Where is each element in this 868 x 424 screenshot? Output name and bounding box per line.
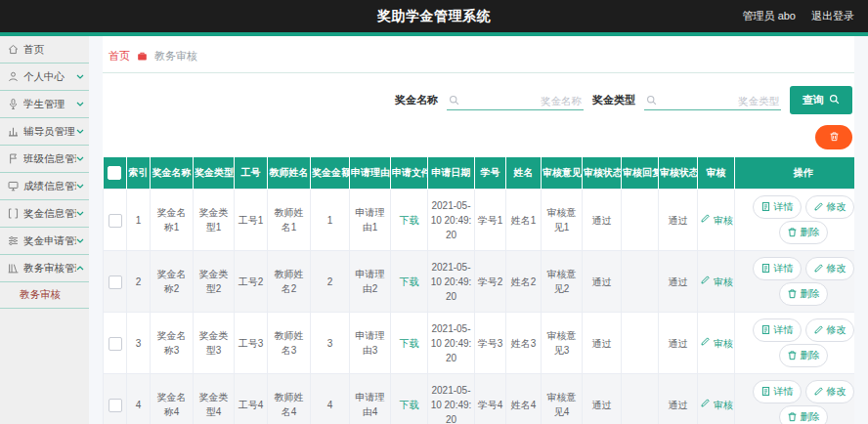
edit-button[interactable]: 修改	[805, 257, 854, 280]
edit-button[interactable]: 修改	[805, 380, 854, 403]
detail-button[interactable]: 详情	[753, 257, 802, 280]
cell-index: 2	[127, 251, 151, 313]
sidebar-item-8[interactable]: 教务审核管理	[0, 255, 89, 282]
column-header: 姓名	[506, 157, 542, 190]
row-checkbox[interactable]	[108, 399, 122, 412]
download-link[interactable]: 下载	[400, 338, 419, 349]
column-header: 审核	[698, 157, 735, 190]
cell-student-name: 姓名3	[506, 313, 542, 374]
table-row: 3奖金名称3奖金类型3工号3教师姓名33申请理由3下载2021-05-10 20…	[104, 313, 855, 374]
download-link[interactable]: 下载	[400, 276, 419, 287]
column-header: 学号	[475, 157, 506, 190]
review-link[interactable]: 审核	[700, 275, 733, 289]
cell-review-opinion: 审核意见1	[542, 190, 583, 251]
detail-button[interactable]: 详情	[753, 318, 802, 342]
content-card: 首页 教务审核 奖金名称 奖金类型	[103, 36, 854, 424]
cell-apply-date: 2021-05-10 20:49:20	[428, 190, 475, 251]
pencil-icon	[813, 324, 824, 337]
current-user-link[interactable]: 管理员 abo	[743, 9, 796, 23]
sidebar-item-6[interactable]: 奖金信息管理	[0, 200, 89, 228]
detail-button[interactable]: 详情	[753, 195, 802, 219]
review-link[interactable]: 审核	[700, 398, 733, 412]
trash-icon	[829, 130, 840, 145]
mic-icon	[7, 98, 20, 110]
sidebar-item-1[interactable]: 个人中心	[0, 64, 89, 91]
delete-button[interactable]: 删除	[779, 344, 828, 367]
select-all-checkbox[interactable]	[108, 166, 121, 180]
sidebar-subitem-active[interactable]: 教务审核	[0, 282, 89, 309]
chart-icon	[7, 125, 20, 138]
cell-actions: 详情修改删除	[735, 251, 855, 313]
cell-bonus-name: 奖金名称4	[151, 374, 194, 424]
main-area: 首页 教务审核 奖金名称 奖金类型	[89, 36, 868, 424]
logout-link[interactable]: 退出登录	[811, 9, 854, 23]
sidebar-item-2[interactable]: 学生管理	[0, 91, 89, 118]
cell-student-number: 学号2	[475, 251, 506, 313]
cell-review-status: 通过	[583, 313, 622, 374]
download-link[interactable]: 下载	[400, 400, 419, 410]
cell-apply-file: 下载	[391, 313, 428, 374]
top-header-bar: 奖助学金管理系统 管理员 abo 退出登录	[0, 0, 868, 32]
delete-button[interactable]: 删除	[779, 221, 828, 244]
sidebar-item-4[interactable]: 班级信息管理	[0, 146, 89, 173]
cell-apply-reason: 申请理由4	[350, 374, 391, 424]
pencil-icon	[813, 386, 824, 399]
query-button[interactable]: 查询	[790, 86, 852, 114]
delete-button[interactable]: 删除	[779, 405, 828, 424]
trash-icon	[787, 227, 798, 239]
search-toolbar: 奖金名称 奖金类型 查询	[103, 73, 854, 118]
review-link[interactable]: 审核	[700, 336, 733, 351]
cell-review-reply	[622, 313, 659, 374]
cell-review-reply	[622, 374, 659, 424]
cell-apply-reason: 申请理由1	[350, 190, 391, 251]
table-row: 2奖金名称2奖金类型2工号2教师姓名22申请理由2下载2021-05-10 20…	[104, 251, 855, 313]
sidebar-item-label: 奖金申请管理	[23, 234, 76, 248]
cell-review-status-2: 通过	[659, 251, 698, 313]
row-checkbox[interactable]	[108, 276, 122, 289]
table-row: 1奖金名称1奖金类型1工号1教师姓名11申请理由1下载2021-05-10 20…	[104, 190, 855, 251]
trash-icon	[787, 350, 798, 362]
bonus-type-input[interactable]	[661, 95, 779, 106]
cell-job-number: 工号3	[235, 313, 268, 374]
cell-review-reply	[622, 251, 659, 313]
doc-icon	[760, 201, 771, 214]
cell-bonus-type: 奖金类型3	[194, 313, 235, 374]
cell-bonus-amount: 2	[311, 251, 350, 313]
column-header: 审核状态	[583, 157, 622, 190]
row-select-cell	[104, 190, 127, 251]
cell-review-status-2: 通过	[659, 374, 698, 424]
column-header: 索引	[127, 157, 151, 190]
cell-teacher-name: 教师姓名3	[268, 313, 311, 374]
detail-button[interactable]: 详情	[753, 380, 802, 403]
sidebar-item-5[interactable]: 成绩信息管理	[0, 173, 89, 200]
sidebar-item-7[interactable]: 奖金申请管理	[0, 228, 89, 255]
doc-icon	[760, 263, 771, 276]
search-field-label: 奖金类型	[592, 93, 635, 107]
cell-actions: 详情修改删除	[735, 374, 855, 424]
brackets-icon	[7, 207, 20, 220]
search-input-wrap	[644, 91, 781, 110]
cell-review-opinion: 审核意见2	[542, 251, 583, 313]
cell-student-number: 学号4	[475, 374, 506, 424]
edit-button[interactable]: 修改	[805, 195, 854, 219]
user-icon	[7, 70, 20, 83]
sidebar-item-3[interactable]: 辅导员管理	[0, 118, 89, 146]
delete-button[interactable]: 删除	[779, 282, 828, 306]
column-header: 教师姓名	[268, 157, 311, 190]
sidebar-item-0[interactable]: 首页	[0, 36, 89, 64]
breadcrumb-home-link[interactable]: 首页	[108, 49, 130, 64]
cell-teacher-name: 教师姓名1	[268, 190, 311, 251]
review-link[interactable]: 审核	[700, 213, 733, 228]
cell-bonus-amount: 4	[311, 374, 350, 424]
row-checkbox[interactable]	[108, 214, 122, 228]
bonus-name-input[interactable]	[463, 95, 582, 106]
monitor-icon	[7, 180, 20, 192]
row-select-cell	[104, 374, 127, 424]
edit-button[interactable]: 修改	[805, 318, 854, 342]
row-checkbox[interactable]	[108, 337, 122, 351]
column-header: 奖金金额	[311, 157, 350, 190]
bulk-delete-button[interactable]	[815, 125, 852, 149]
download-link[interactable]: 下载	[400, 215, 419, 226]
cell-review: 审核	[698, 251, 735, 313]
select-all-header	[104, 157, 127, 190]
